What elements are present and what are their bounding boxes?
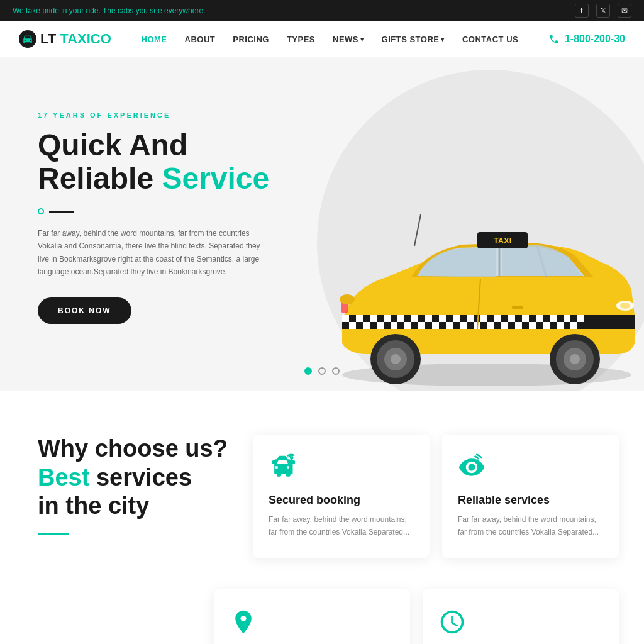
svg-rect-18 [508, 315, 515, 322]
features-divider [38, 533, 69, 535]
slider-dot-3[interactable] [332, 367, 340, 375]
slider-dots [304, 367, 340, 375]
eye-wifi-icon [458, 453, 486, 481]
features-cards: Secured booking Far far away, behind the… [253, 435, 619, 558]
svg-rect-40 [570, 322, 577, 329]
nav-contact-us[interactable]: CONTACT US [462, 35, 518, 44]
svg-rect-20 [536, 315, 543, 322]
svg-rect-19 [522, 315, 529, 322]
car-icon [22, 33, 33, 45]
nav-about[interactable]: ABOUT [185, 35, 216, 44]
svg-rect-8 [370, 315, 377, 322]
svg-rect-32 [460, 322, 467, 329]
header-phone: 1-800-200-30 [548, 33, 625, 45]
features-services-word: services [89, 464, 192, 491]
svg-rect-27 [391, 322, 397, 329]
hero-title-line2-prefix: Reliable [38, 162, 162, 195]
taxi-booking-icon [269, 453, 296, 481]
hero-divider [38, 208, 269, 214]
feature-icon-taxi [269, 453, 414, 484]
feature-card-booking: Secured booking Far far away, behind the… [253, 435, 430, 558]
svg-point-55 [340, 294, 355, 304]
svg-rect-17 [494, 315, 501, 322]
logo[interactable]: LT TAXICO [19, 30, 111, 48]
book-now-button[interactable]: BOOK NOW [38, 297, 131, 324]
feature-icon-map [230, 608, 394, 638]
svg-rect-36 [515, 322, 522, 329]
slider-dot-1[interactable] [304, 367, 312, 375]
features-best-word: Best [38, 464, 89, 491]
features-heading-line1: Why choose us? [38, 435, 228, 462]
svg-rect-31 [446, 322, 453, 329]
nav-gifts-store[interactable]: GIFTS STORE [382, 35, 445, 44]
svg-rect-11 [411, 315, 418, 322]
svg-point-44 [620, 303, 630, 309]
svg-rect-14 [453, 315, 460, 322]
top-bar-message: We take pride in your ride. The cabs you… [13, 6, 205, 15]
divider-dot [38, 208, 44, 214]
nav-home[interactable]: HOME [142, 35, 167, 44]
feature-desc-booking: Far far away, behind the word mountains,… [269, 513, 414, 539]
svg-rect-28 [404, 322, 411, 329]
map-icon [230, 608, 257, 636]
nav-news[interactable]: NEWS [333, 35, 364, 44]
header: LT TAXICO HOME ABOUT PRICING TYPES NEWS … [0, 21, 644, 57]
slider-dot-2[interactable] [318, 367, 326, 375]
svg-line-54 [414, 214, 421, 246]
svg-rect-38 [543, 322, 550, 329]
svg-rect-37 [529, 322, 536, 329]
svg-rect-25 [363, 322, 370, 329]
email-link[interactable]: ✉ [618, 4, 631, 18]
hero-title-line1: Quick And [38, 128, 187, 162]
feature-card-map [214, 589, 410, 644]
hero-content: 17 YEARS OF EXPERIENCE Quick And Reliabl… [38, 111, 269, 323]
svg-rect-34 [487, 322, 494, 329]
twitter-link[interactable]: 𝕏 [596, 4, 610, 18]
features-section: Why choose us? Best services in the city… [0, 391, 644, 589]
svg-rect-29 [418, 322, 425, 329]
hero-section: 17 YEARS OF EXPERIENCE Quick And Reliabl… [0, 57, 644, 391]
feature-card-clock [423, 589, 619, 644]
svg-rect-16 [480, 315, 487, 322]
svg-rect-21 [550, 315, 557, 322]
feature-desc-reliable: Far far away, behind the word mountains,… [458, 513, 603, 539]
feature-title-reliable: Reliable services [458, 494, 603, 507]
svg-rect-26 [377, 322, 384, 329]
svg-rect-6 [342, 315, 349, 322]
social-links: f 𝕏 ✉ [575, 4, 631, 18]
logo-icon [19, 30, 36, 48]
svg-rect-12 [425, 315, 432, 322]
svg-rect-35 [501, 322, 508, 329]
svg-rect-30 [432, 322, 439, 329]
feature-title-booking: Secured booking [269, 494, 414, 507]
svg-rect-24 [349, 322, 356, 329]
svg-rect-10 [397, 315, 404, 322]
svg-point-53 [391, 354, 401, 364]
divider-line [49, 211, 74, 213]
nav-types[interactable]: TYPES [287, 35, 315, 44]
nav-pricing[interactable]: PRICING [233, 35, 269, 44]
svg-rect-42 [512, 306, 523, 309]
top-bar: We take pride in your ride. The cabs you… [0, 0, 644, 21]
hero-title-accent: Service [162, 162, 269, 195]
hero-experience-label: 17 YEARS OF EXPERIENCE [38, 111, 269, 119]
top-bar-text-main: We take pride in your ride. [13, 6, 103, 15]
main-nav: HOME ABOUT PRICING TYPES NEWS GIFTS STOR… [142, 35, 519, 44]
taxi-car-image: TAXI [292, 189, 644, 391]
top-bar-text-accent: The cabs you see everywhere. [103, 6, 205, 15]
hero-description: Far far away, behind the word mountains,… [38, 227, 264, 279]
phone-icon [548, 33, 560, 45]
features-city-text: in the city [38, 492, 149, 519]
features-heading: Why choose us? Best services in the city [38, 435, 228, 521]
svg-rect-9 [384, 315, 391, 322]
phone-number: 1-800-200-30 [565, 33, 625, 45]
bottom-spacer [25, 589, 201, 644]
svg-rect-13 [439, 315, 446, 322]
svg-rect-15 [467, 315, 474, 322]
logo-text: LT TAXICO [40, 31, 111, 47]
facebook-link[interactable]: f [575, 4, 589, 18]
svg-rect-22 [564, 315, 570, 322]
svg-rect-7 [356, 315, 363, 322]
hero-title: Quick And Reliable Service [38, 129, 269, 196]
feature-icon-clock [438, 608, 603, 638]
